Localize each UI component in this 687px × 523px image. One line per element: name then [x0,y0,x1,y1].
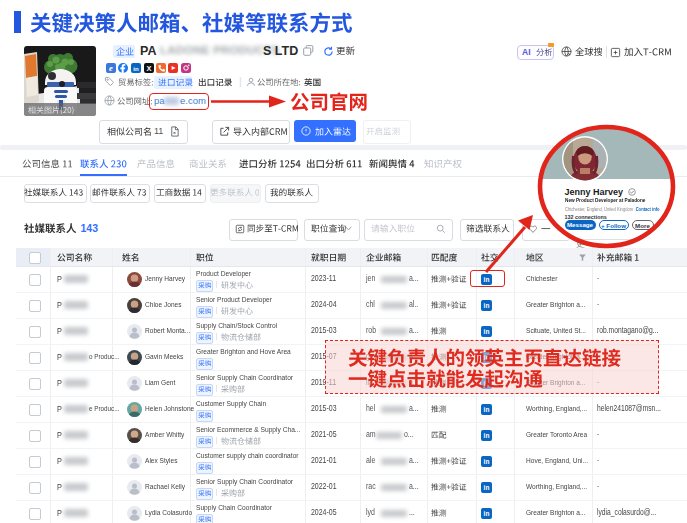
svg-text:in: in [484,458,490,465]
svg-text:X: X [146,63,151,72]
svg-text:in: in [484,406,490,413]
svg-text:in: in [484,302,490,309]
svg-text:in: in [484,510,490,517]
svg-text:in: in [484,432,490,439]
svg-text:in: in [133,65,139,71]
svg-text:e: e [109,63,113,73]
svg-text:in: in [484,484,490,491]
svg-text:in: in [484,328,490,335]
